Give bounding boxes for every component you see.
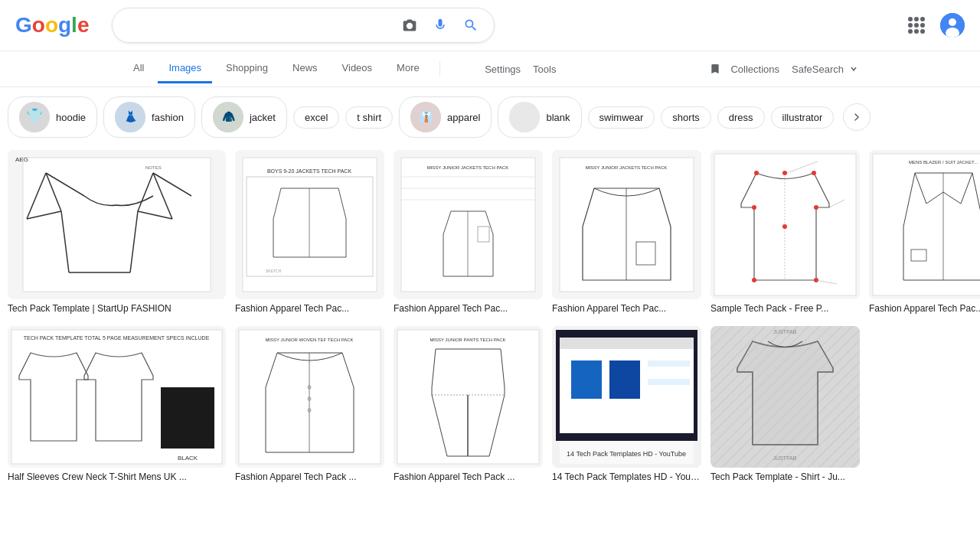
result-thumb-7: TECH PACK TEMPLATE TOTAL 5 PAGE MEASUREM… bbox=[8, 326, 226, 468]
svg-point-52 bbox=[782, 224, 787, 229]
chip-fashion-image: 👗 bbox=[115, 102, 145, 132]
svg-rect-73 bbox=[161, 387, 214, 449]
svg-text:MISSY JUNIOR PANTS TECH PACK: MISSY JUNIOR PANTS TECH PACK bbox=[430, 338, 505, 342]
result-caption-10: 14 Tech Pack Templates HD - YouTube bbox=[552, 471, 701, 482]
nav-images[interactable]: Images bbox=[158, 54, 212, 83]
chip-illustrator[interactable]: illustrator bbox=[771, 106, 835, 129]
nav-more[interactable]: More bbox=[386, 54, 430, 83]
nav-news[interactable]: News bbox=[282, 54, 328, 83]
result-item-3[interactable]: MISSY JUNIOR JACKETS TECH PACK Fashion A… bbox=[394, 150, 543, 314]
svg-text:TECH PACK TEMPLATE   TOTAL 5 P: TECH PACK TEMPLATE TOTAL 5 PAGE MEASUREM… bbox=[24, 335, 210, 341]
safesearch-label[interactable]: SafeSearch bbox=[792, 64, 844, 75]
chip-shorts[interactable]: shorts bbox=[661, 106, 710, 129]
svg-point-1 bbox=[949, 18, 956, 26]
chip-swimwear[interactable]: swimwear bbox=[588, 106, 655, 129]
svg-rect-93 bbox=[648, 360, 690, 367]
nav-settings[interactable]: Settings bbox=[485, 64, 521, 75]
nav-shopping[interactable]: Shopping bbox=[215, 54, 279, 83]
chip-hoodie-label: hoodie bbox=[56, 112, 86, 123]
camera-search-button[interactable] bbox=[399, 15, 420, 36]
chip-dress-label: dress bbox=[729, 112, 753, 123]
chip-illustrator-label: illustrator bbox=[782, 112, 823, 123]
result-caption-3: Fashion Apparel Tech Pac... bbox=[394, 303, 543, 314]
svg-text:SKETCH: SKETCH bbox=[266, 269, 282, 273]
chip-fashion-label: fashion bbox=[152, 112, 184, 123]
svg-text:BLACK: BLACK bbox=[178, 455, 198, 462]
result-item-4[interactable]: MISSY JUNIOR JACKETS TECH PACK Fashion A… bbox=[552, 150, 701, 314]
collections-label[interactable]: Collections bbox=[730, 64, 779, 75]
svg-text:AEG: AEG bbox=[15, 156, 28, 163]
nav-tools[interactable]: Tools bbox=[533, 64, 556, 75]
header: Google tech pack templates bbox=[0, 0, 980, 51]
svg-rect-61 bbox=[873, 154, 980, 295]
chip-jacket[interactable]: 🧥 jacket bbox=[201, 96, 287, 138]
svg-text:🧥: 🧥 bbox=[221, 110, 235, 123]
result-thumb-11: JUSTFAB JUSTFAB bbox=[710, 326, 860, 468]
grid-icon bbox=[908, 17, 925, 34]
nav-divider bbox=[439, 61, 440, 77]
google-logo[interactable]: Google bbox=[15, 13, 89, 38]
svg-text:MISSY JUNIOR JACKETS TECH PACK: MISSY JUNIOR JACKETS TECH PACK bbox=[586, 165, 668, 170]
chip-hoodie[interactable]: 👕 hoodie bbox=[8, 96, 97, 138]
nav-all[interactable]: All bbox=[122, 54, 155, 83]
result-thumb-4: MISSY JUNIOR JACKETS TECH PACK bbox=[552, 150, 701, 299]
result-item-5[interactable]: Sample Tech Pack - Free P... bbox=[710, 150, 860, 314]
navigation: All Images Shopping News Videos More Set… bbox=[0, 51, 980, 87]
svg-rect-94 bbox=[648, 370, 690, 376]
svg-rect-30 bbox=[247, 177, 373, 276]
svg-point-51 bbox=[814, 205, 818, 210]
chip-apparel[interactable]: 👔 apparel bbox=[399, 96, 492, 138]
result-item-1[interactable]: AEG NOTES Tech Pack Template | StartUp F… bbox=[8, 150, 226, 314]
svg-rect-34 bbox=[401, 158, 535, 292]
svg-rect-95 bbox=[648, 379, 690, 385]
svg-text:BOYS 9-20 JACKETS TECH PACK: BOYS 9-20 JACKETS TECH PACK bbox=[267, 168, 352, 174]
result-item-11[interactable]: JUSTFAB JUSTFAB Tech Pack Template - Shi… bbox=[710, 326, 860, 482]
svg-text:NOTES: NOTES bbox=[145, 165, 162, 170]
result-item-6[interactable]: MENS BLAZER / SUIT JACKET... Fashion App… bbox=[869, 150, 980, 314]
chip-excel[interactable]: excel bbox=[293, 106, 339, 129]
result-item-8[interactable]: MISSY JUNIOR WOVEN TEF TECH PACK Fashion… bbox=[235, 326, 384, 482]
chip-tshirt[interactable]: t shirt bbox=[345, 106, 393, 129]
collections-bookmark-button[interactable] bbox=[706, 60, 724, 78]
safesearch-chevron-icon bbox=[850, 65, 858, 73]
result-thumb-8: MISSY JUNIOR WOVEN TEF TECH PACK bbox=[235, 326, 384, 468]
chevron-right-icon bbox=[851, 111, 863, 123]
svg-text:👕: 👕 bbox=[26, 107, 44, 124]
search-input[interactable]: tech pack templates bbox=[125, 18, 391, 32]
result-item-7[interactable]: TECH PACK TEMPLATE TOTAL 5 PAGE MEASUREM… bbox=[8, 326, 226, 482]
chip-tshirt-label: t shirt bbox=[357, 112, 381, 123]
result-item-2[interactable]: BOYS 9-20 JACKETS TECH PACK SKETCH Fashi… bbox=[235, 150, 384, 314]
search-submit-button[interactable] bbox=[460, 15, 482, 36]
svg-text:JUSTFAB: JUSTFAB bbox=[773, 455, 797, 461]
nav-videos[interactable]: Videos bbox=[332, 54, 384, 83]
svg-rect-91 bbox=[571, 360, 602, 399]
result-thumb-5 bbox=[710, 150, 860, 299]
svg-point-53 bbox=[752, 278, 756, 282]
result-caption-8: Fashion Apparel Tech Pack ... bbox=[235, 471, 384, 482]
header-right bbox=[905, 13, 965, 38]
result-caption-11: Tech Pack Template - Shirt - Ju... bbox=[710, 471, 860, 482]
svg-point-56 bbox=[812, 171, 816, 175]
result-caption-9: Fashion Apparel Tech Pack ... bbox=[394, 471, 543, 482]
chip-fashion[interactable]: 👗 fashion bbox=[103, 96, 195, 138]
results-row-2: TECH PACK TEMPLATE TOTAL 5 PAGE MEASUREM… bbox=[0, 314, 980, 482]
chip-apparel-label: apparel bbox=[447, 112, 480, 123]
voice-search-button[interactable] bbox=[430, 15, 451, 36]
svg-text:MISSY JUNIOR JACKETS TECH PACK: MISSY JUNIOR JACKETS TECH PACK bbox=[427, 165, 509, 170]
svg-rect-76 bbox=[239, 330, 381, 464]
chip-dress[interactable]: dress bbox=[717, 106, 765, 129]
result-caption-1: Tech Pack Template | StartUp FASHION bbox=[8, 303, 226, 314]
chips-next-button[interactable] bbox=[843, 103, 871, 131]
chip-blank[interactable]: blank bbox=[498, 96, 581, 138]
svg-point-55 bbox=[754, 171, 759, 175]
user-avatar[interactable] bbox=[940, 13, 965, 38]
result-thumb-3: MISSY JUNIOR JACKETS TECH PACK bbox=[394, 150, 543, 299]
result-item-10[interactable]: 14 Tech Pack Templates HD - YouTube 14 T… bbox=[552, 326, 701, 482]
apps-button[interactable] bbox=[905, 14, 928, 37]
result-caption-5: Sample Tech Pack - Free P... bbox=[710, 303, 860, 314]
svg-rect-13 bbox=[23, 158, 211, 292]
svg-text:14 Tech Pack Templates HD - Yo: 14 Tech Pack Templates HD - YouTube bbox=[567, 450, 686, 458]
result-item-9[interactable]: MISSY JUNIOR PANTS TECH PACK Fashion App… bbox=[394, 326, 543, 482]
search-icons bbox=[399, 15, 482, 36]
svg-point-50 bbox=[752, 205, 756, 210]
